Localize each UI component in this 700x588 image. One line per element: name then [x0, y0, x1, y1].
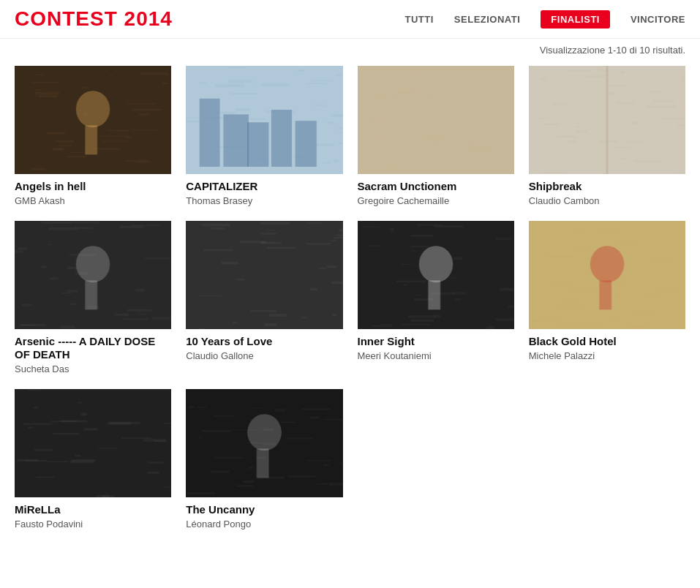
card-arsenic[interactable]: Arsenic ----- A DAILY DOSE OF DEATH Such…	[15, 221, 171, 374]
card-image-uncanny	[186, 389, 342, 497]
nav-tutti[interactable]: TUTTI	[405, 14, 434, 25]
card-angels[interactable]: Angels in hell GMB Akash	[15, 66, 171, 206]
card-author-shipbreak: Claudio Cambon	[529, 195, 685, 206]
card-blackgold[interactable]: Black Gold Hotel Michele Palazzi	[529, 221, 685, 374]
card-title-tenyears: 10 Years of Love	[186, 335, 342, 348]
nav-selezionati[interactable]: SELEZIONATI	[454, 14, 520, 25]
card-title-innersight: Inner Sight	[358, 335, 514, 348]
card-author-angels: GMB Akash	[15, 195, 171, 206]
results-bar: Visualizzazione 1-10 di 10 risultati.	[0, 39, 700, 59]
card-author-blackgold: Michele Palazzi	[529, 350, 685, 361]
card-image-tenyears	[186, 221, 342, 329]
card-image-angels	[15, 66, 171, 174]
card-author-tenyears: Claudio Gallone	[186, 350, 342, 361]
nav-vincitore[interactable]: VINCITORE	[631, 14, 685, 25]
card-image-capitalizer	[186, 66, 342, 174]
card-image-arsenic	[15, 221, 171, 329]
card-title-angels: Angels in hell	[15, 180, 171, 193]
card-sacram[interactable]: Sacram Unctionem Gregoire Cachemaille	[358, 66, 514, 206]
card-image-sacram	[358, 66, 514, 174]
card-mirella[interactable]: MiReLLa Fausto Podavini	[15, 389, 171, 529]
card-capitalizer[interactable]: CAPITALIZER Thomas Brasey	[186, 66, 342, 206]
results-text: Visualizzazione 1-10 di 10 risultati.	[540, 45, 685, 56]
card-title-capitalizer: CAPITALIZER	[186, 180, 342, 193]
nav-finalisti[interactable]: FINALISTI	[541, 10, 610, 29]
card-title-shipbreak: Shipbreak	[529, 180, 685, 193]
card-author-uncanny: Léonard Pongo	[186, 519, 342, 529]
card-author-innersight: Meeri Koutaniemi	[358, 350, 514, 361]
card-author-sacram: Gregoire Cachemaille	[358, 195, 514, 206]
card-title-arsenic: Arsenic ----- A DAILY DOSE OF DEATH	[15, 335, 171, 361]
card-title-blackgold: Black Gold Hotel	[529, 335, 685, 348]
card-tenyears[interactable]: 10 Years of Love Claudio Gallone	[186, 221, 342, 374]
card-author-mirella: Fausto Podavini	[15, 519, 171, 529]
card-title-mirella: MiReLLa	[15, 503, 171, 516]
card-image-innersight	[358, 221, 514, 329]
header: CONTEST 2014 TUTTI SELEZIONATI FINALISTI…	[0, 0, 700, 39]
logo: CONTEST 2014	[15, 7, 173, 31]
card-author-capitalizer: Thomas Brasey	[186, 195, 342, 206]
card-title-sacram: Sacram Unctionem	[358, 180, 514, 193]
card-innersight[interactable]: Inner Sight Meeri Koutaniemi	[358, 221, 514, 374]
card-uncanny[interactable]: The Uncanny Léonard Pongo	[186, 389, 342, 529]
card-image-mirella	[15, 389, 171, 497]
photo-grid: Angels in hell GMB Akash CAPITALIZER Tho…	[0, 59, 700, 544]
card-shipbreak[interactable]: Shipbreak Claudio Cambon	[529, 66, 685, 206]
card-title-uncanny: The Uncanny	[186, 503, 342, 516]
card-image-shipbreak	[529, 66, 685, 174]
nav: TUTTI SELEZIONATI FINALISTI VINCITORE	[405, 10, 685, 29]
card-author-arsenic: Sucheta Das	[15, 363, 171, 374]
card-image-blackgold	[529, 221, 685, 329]
